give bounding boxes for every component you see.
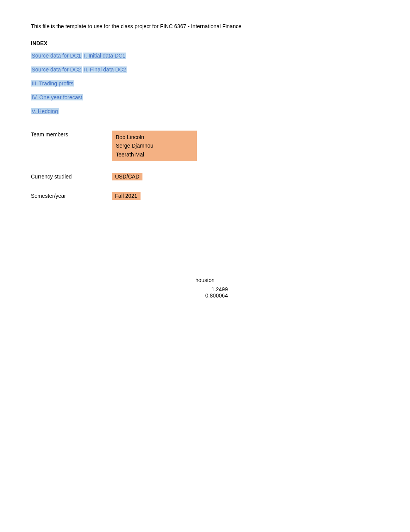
link-group-trading: III. Trading profits [31,80,379,87]
city-label: houston [182,277,228,283]
currency-label: Currency studied [31,173,112,180]
bottom-section: houston 1.2499 0.800064 [31,277,379,299]
intro-text: This file is the template to use for the… [31,23,379,29]
team-members-label: Team members [31,131,112,138]
team-members-value: Bob Lincoln Serge Djamnou Teerath Mal [112,131,197,161]
semester-box: Fall 2021 [112,192,141,200]
link-group-dc2: Source data for DC2 II. Final data DC2 [31,66,379,73]
link-group-forecast: IV. One year forecast [31,94,379,101]
team-member-3: Teerath Mal [116,150,193,159]
link-final-dc2[interactable]: II. Final data DC2 [83,66,127,73]
team-members-row: Team members Bob Lincoln Serge Djamnou T… [31,131,379,161]
link-group-hedging: V. Hedging [31,108,379,115]
semester-value: Fall 2021 [115,193,137,199]
value-1: 1.2499 [205,286,228,292]
team-member-2: Serge Djamnou [116,141,193,150]
numbers-block: 1.2499 0.800064 [205,286,228,299]
semester-value-col: Fall 2021 [112,192,141,200]
link-trading-profits[interactable]: III. Trading profits [31,80,74,87]
link-source-dc1[interactable]: Source data for DC1 [31,53,82,59]
index-links: Source data for DC1 I. Initial data DC1 … [31,53,379,115]
link-initial-dc1[interactable]: I. Initial data DC1 [83,53,126,59]
link-group-dc1: Source data for DC1 I. Initial data DC1 [31,53,379,59]
team-names-box: Bob Lincoln Serge Djamnou Teerath Mal [112,131,197,161]
currency-value-col: USD/CAD [112,173,142,180]
team-section: Team members Bob Lincoln Serge Djamnou T… [31,131,379,200]
index-heading: INDEX [31,40,379,46]
currency-value: USD/CAD [115,173,139,180]
link-hedging[interactable]: V. Hedging [31,108,59,114]
currency-box: USD/CAD [112,173,142,180]
link-one-year-forecast[interactable]: IV. One year forecast [31,94,83,100]
currency-row: Currency studied USD/CAD [31,173,379,180]
semester-label: Semester/year [31,192,112,199]
team-member-1: Bob Lincoln [116,133,193,141]
semester-row: Semester/year Fall 2021 [31,192,379,200]
value-2: 0.800064 [205,292,228,299]
link-source-dc2[interactable]: Source data for DC2 [31,66,82,73]
